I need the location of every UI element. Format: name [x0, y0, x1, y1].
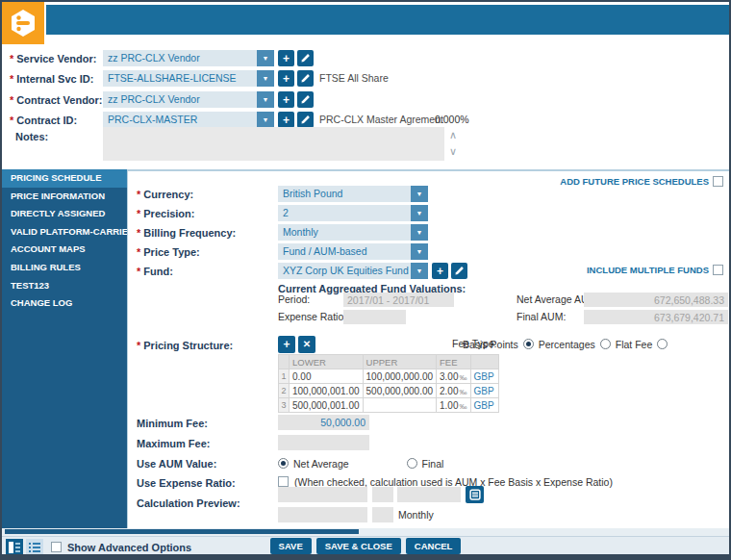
lower-cell[interactable]: 0.00 [290, 369, 364, 384]
period-label: Period: [278, 292, 310, 308]
contract-vendor-select[interactable]: zz PRC-CLX Vendor▼ [103, 91, 274, 108]
edit-contract-button[interactable] [297, 112, 314, 128]
edit-contract-vendor-button[interactable] [297, 91, 314, 108]
currency-select[interactable]: British Pound▼ [278, 186, 428, 202]
use-expense-ratio-checkbox[interactable] [278, 476, 289, 487]
upper-cell[interactable]: 100,000,000.00 [363, 369, 437, 384]
contract-id-select[interactable]: PRC-CLX-MASTER▼ [103, 112, 274, 128]
fee-cell[interactable]: 2.00‰ [437, 384, 470, 398]
fee-cell[interactable]: 1.00‰ [437, 398, 470, 413]
fund-select[interactable]: XYZ Corp UK Equities Fund▼ [278, 263, 428, 279]
lower-cell[interactable]: 100,000,001.00 [290, 384, 364, 398]
add-internal-svc-button[interactable]: + [278, 70, 294, 87]
calc-result-input-1[interactable] [278, 507, 367, 522]
required-asterisk: * [137, 208, 140, 219]
currency-link[interactable]: GBP [470, 384, 498, 398]
percentages-radio[interactable] [600, 339, 611, 349]
pricing-tiers-table: LOWER UPPER FEE 1 0.00 100,000,000.00 3.… [278, 354, 499, 413]
add-future-price-schedules: ADD FUTURE PRICE SCHEDULES [560, 176, 723, 187]
internal-svc-description: FTSE All Share [319, 70, 389, 87]
add-service-vendor-button[interactable]: + [278, 50, 294, 66]
delete-tier-button[interactable]: ✕ [298, 336, 315, 353]
include-multiple-funds: INCLUDE MULTIPLE FUNDS [587, 265, 723, 275]
expense-ratio-label: Expense Ratio: [278, 309, 346, 325]
notes-textarea[interactable] [103, 127, 444, 161]
chevron-down-icon[interactable]: ▼ [257, 91, 274, 108]
net-average-radio[interactable] [278, 458, 289, 469]
net-average-aum-input [584, 293, 728, 307]
minimum-fee-input[interactable] [278, 415, 369, 430]
calc-preview-input-3[interactable] [397, 487, 461, 502]
contract-id-label: *Contract ID: [10, 112, 77, 128]
sidebar-item-change-log[interactable]: CHANGE LOG [2, 294, 127, 313]
edit-fund-button[interactable] [451, 263, 467, 279]
calculate-button[interactable] [466, 486, 484, 503]
calc-preview-input-2[interactable] [372, 487, 393, 502]
internal-svc-id-select[interactable]: FTSE-ALLSHARE-LICENSE▼ [103, 70, 274, 87]
required-asterisk: * [137, 189, 140, 200]
upper-cell[interactable] [363, 398, 437, 413]
save-and-close-button[interactable]: SAVE & CLOSE [316, 538, 401, 554]
required-asterisk: * [10, 94, 13, 106]
table-header-row: LOWER UPPER FEE [279, 355, 499, 369]
flat-fee-radio[interactable] [657, 339, 668, 349]
basis-points-radio[interactable] [523, 339, 534, 349]
pencil-icon [300, 53, 311, 64]
include-multiple-funds-checkbox[interactable] [713, 265, 723, 275]
add-fund-button[interactable]: + [432, 263, 448, 279]
maximum-fee-input[interactable] [278, 435, 369, 450]
sidebar-item-price-information[interactable]: PRICE INFORMATION [2, 188, 127, 206]
scroll-up-icon[interactable]: ∧ [445, 130, 461, 140]
calculator-icon [469, 489, 481, 500]
currency-link[interactable]: GBP [470, 369, 498, 384]
precision-select[interactable]: 2▼ [278, 205, 428, 221]
edit-service-vendor-button[interactable] [297, 50, 314, 66]
add-tier-button[interactable]: + [278, 336, 295, 353]
calc-result-input-2[interactable] [372, 507, 393, 522]
chevron-down-icon[interactable]: ▼ [257, 50, 274, 66]
chevron-down-icon[interactable]: ▼ [257, 70, 274, 87]
edit-internal-svc-button[interactable] [297, 70, 314, 87]
pencil-icon [454, 266, 465, 276]
calc-preview-input-1[interactable] [278, 487, 367, 502]
lower-cell[interactable]: 500,000,001.00 [290, 398, 364, 413]
price-type-select[interactable]: Fund / AUM-based▼ [278, 243, 428, 260]
fund-label: *Fund: [137, 263, 173, 279]
save-button[interactable]: SAVE [270, 538, 312, 554]
service-vendor-select[interactable]: zz PRC-CLX Vendor▼ [103, 50, 274, 66]
currency-link[interactable]: GBP [470, 398, 498, 413]
calc-frequency-text: Monthly [398, 507, 434, 523]
sidebar-item-directly-assigned[interactable]: DIRECTLY ASSIGNED [2, 205, 127, 223]
cancel-button[interactable]: CANCEL [406, 538, 462, 554]
chevron-down-icon[interactable]: ▼ [411, 243, 428, 260]
add-contract-vendor-button[interactable]: + [278, 91, 294, 108]
service-vendor-label: *Service Vendor: [10, 50, 96, 66]
contract-vendor-label: *Contract Vendor: [10, 91, 103, 108]
precision-label: *Precision: [137, 205, 194, 221]
chevron-down-icon[interactable]: ▼ [411, 224, 428, 241]
sidebar-item-valid-platform-carriers[interactable]: VALID PLATFORM-CARRIERS [2, 223, 127, 242]
chevron-down-icon[interactable]: ▼ [411, 263, 428, 279]
app-logo [2, 2, 44, 44]
upper-cell[interactable]: 500,000,000.00 [363, 384, 437, 398]
fee-header: FEE [437, 355, 470, 369]
chevron-down-icon[interactable]: ▼ [411, 186, 428, 202]
sidebar-item-pricing-schedule[interactable]: PRICING SCHEDULE [2, 169, 127, 188]
scroll-down-icon[interactable]: ∨ [445, 146, 461, 156]
sidebar-item-account-maps[interactable]: ACCOUNT MAPS [2, 241, 127, 259]
add-future-price-schedules-checkbox[interactable] [713, 176, 723, 187]
chevron-down-icon[interactable]: ▼ [257, 112, 274, 128]
final-radio[interactable] [407, 458, 417, 469]
chevron-down-icon[interactable]: ▼ [411, 205, 428, 221]
fee-cell[interactable]: 3.00‰ [437, 369, 470, 384]
add-contract-button[interactable]: + [278, 112, 294, 128]
sidebar-item-billing-rules[interactable]: BILLING RULES [2, 259, 127, 277]
price-type-label: *Price Type: [137, 243, 200, 260]
currency-label: *Currency: [137, 186, 193, 202]
billing-frequency-select[interactable]: Monthly▼ [278, 224, 428, 241]
action-buttons: SAVE SAVE & CLOSE CANCEL [2, 538, 729, 554]
scrollbar-thumb[interactable] [5, 529, 359, 534]
expense-ratio-input [343, 310, 406, 324]
horizontal-scrollbar[interactable] [2, 528, 729, 536]
sidebar-item-test123[interactable]: TEST123 [2, 277, 127, 295]
